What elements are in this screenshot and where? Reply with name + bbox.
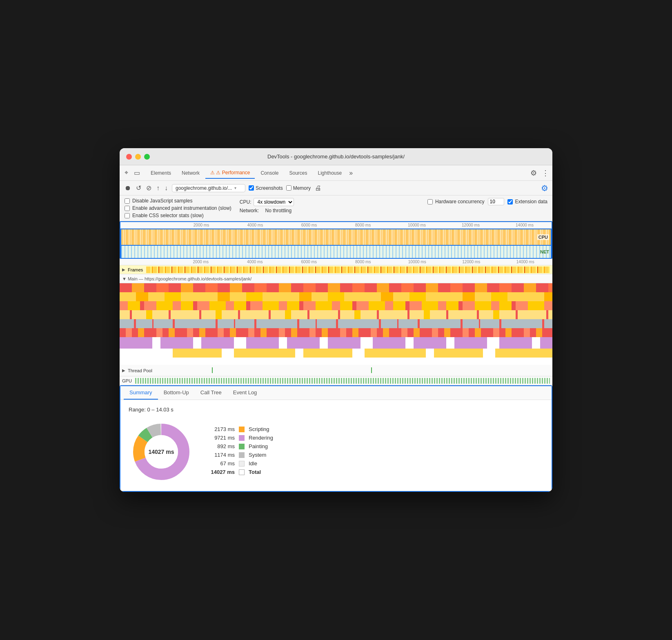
device-icon[interactable]: ▭ bbox=[132, 167, 142, 178]
record-button[interactable]: ⏺ bbox=[124, 184, 132, 193]
painting-name: Painting bbox=[249, 443, 268, 449]
blue-gear-icon[interactable]: ⚙ bbox=[541, 184, 548, 193]
tp-bar-2 bbox=[371, 367, 372, 373]
network-value: No throttling bbox=[265, 208, 292, 213]
timeline-overview[interactable]: 2000 ms 4000 ms 6000 ms 8000 ms 10000 ms… bbox=[120, 221, 552, 259]
tab-console[interactable]: Console bbox=[256, 168, 283, 178]
close-button[interactable] bbox=[126, 154, 132, 160]
cpu-select[interactable]: 4x slowdown bbox=[254, 198, 294, 206]
time-0 bbox=[120, 223, 174, 227]
time-14000: 14000 ms bbox=[498, 223, 552, 227]
timeline-ruler: 2000 ms 4000 ms 6000 ms 8000 ms 10000 ms… bbox=[120, 222, 552, 229]
frames-row[interactable]: ▶ Frames bbox=[120, 265, 552, 274]
tab-bar: ⌖ ▭ Elements Network ⚠ ⚠ Performance Con… bbox=[120, 165, 552, 181]
hw-label[interactable]: Hardware concurrency bbox=[427, 199, 485, 204]
fl-time-4000: 4000 ms bbox=[228, 260, 282, 264]
flame-row-2 bbox=[120, 292, 552, 301]
scripting-swatch bbox=[239, 427, 245, 432]
frames-toggle-icon[interactable]: ▶ bbox=[122, 267, 125, 272]
painting-swatch bbox=[239, 444, 245, 449]
disable-js-checkbox[interactable] bbox=[125, 198, 130, 204]
hw-checkbox[interactable] bbox=[427, 199, 433, 204]
net-row[interactable]: NET bbox=[120, 246, 552, 258]
refresh-button[interactable]: ↺ bbox=[135, 183, 142, 193]
tab-performance[interactable]: ⚠ ⚠ Performance bbox=[205, 167, 255, 179]
tab-call-tree[interactable]: Call Tree bbox=[195, 386, 227, 400]
titlebar: DevTools - googlechrome.github.io/devtoo… bbox=[120, 148, 552, 165]
thread-pool-toggle-icon[interactable]: ▶ bbox=[122, 368, 125, 373]
legend-scripting: 2173 ms Scripting bbox=[206, 426, 273, 432]
tab-lighthouse[interactable]: Lighthouse bbox=[313, 168, 347, 178]
memory-label: Memory bbox=[293, 185, 311, 191]
thread-pool-bars bbox=[152, 367, 550, 374]
net-label: NET bbox=[540, 249, 549, 254]
advanced-paint-checkbox[interactable] bbox=[125, 206, 130, 211]
idle-value: 67 ms bbox=[206, 460, 235, 467]
memory-checkbox[interactable] bbox=[286, 185, 291, 191]
tab-summary[interactable]: Summary bbox=[124, 386, 158, 400]
main-label: ▼ Main — https://googlechrome.github.io/… bbox=[122, 276, 251, 281]
tab-elements[interactable]: Elements bbox=[146, 168, 176, 178]
more-options-icon[interactable]: ⋮ bbox=[542, 169, 549, 178]
flame-row-6 bbox=[120, 328, 552, 337]
settings-bar: Disable JavaScript samples Enable advanc… bbox=[120, 196, 552, 221]
cursor-icon[interactable]: ⌖ bbox=[123, 167, 130, 178]
main-header[interactable]: ▼ Main — https://googlechrome.github.io/… bbox=[120, 274, 552, 283]
flame-row-4 bbox=[120, 310, 552, 319]
extension-label[interactable]: Extension data bbox=[507, 199, 547, 204]
upload-button[interactable]: ↑ bbox=[156, 184, 160, 193]
network-spacer bbox=[261, 208, 263, 213]
gpu-label: GPU bbox=[122, 378, 132, 383]
tab-network[interactable]: Network bbox=[177, 168, 205, 178]
tab-bottom-up[interactable]: Bottom-Up bbox=[158, 386, 195, 400]
idle-swatch bbox=[239, 461, 245, 467]
settings-icon[interactable]: ⚙ bbox=[530, 169, 537, 178]
idle-name: Idle bbox=[249, 460, 257, 467]
settings-left: Disable JavaScript samples Enable advanc… bbox=[125, 198, 231, 218]
network-label: Network: bbox=[240, 208, 259, 213]
total-name: Total bbox=[249, 469, 261, 475]
css-selector-label[interactable]: Enable CSS selector stats (slow) bbox=[125, 213, 231, 218]
settings-right: CPU: 4x slowdown Network: No throttling bbox=[240, 198, 294, 213]
tp-bar-1 bbox=[212, 367, 213, 373]
url-bar[interactable]: googlechrome.github.io/... ▾ bbox=[172, 184, 245, 192]
tab-event-log[interactable]: Event Log bbox=[227, 386, 263, 400]
rendering-value: 9721 ms bbox=[206, 435, 235, 441]
cpu-label: CPU bbox=[537, 234, 549, 240]
more-tabs-icon[interactable]: » bbox=[349, 169, 353, 177]
memory-checkbox-label[interactable]: Memory bbox=[286, 185, 311, 191]
frames-bars bbox=[146, 267, 550, 273]
tab-sources[interactable]: Sources bbox=[284, 168, 312, 178]
css-selector-checkbox[interactable] bbox=[125, 213, 130, 218]
disable-js-label[interactable]: Disable JavaScript samples bbox=[125, 198, 231, 204]
flame-row-3 bbox=[120, 301, 552, 310]
toolbar-right: ⚙ bbox=[541, 183, 548, 193]
screenshots-checkbox-label[interactable]: Screenshots bbox=[249, 185, 283, 191]
fl-time-2000: 2000 ms bbox=[174, 260, 228, 264]
hw-input[interactable] bbox=[488, 198, 504, 205]
screenshots-checkbox[interactable] bbox=[249, 185, 254, 191]
fl-time-14000: 14000 ms bbox=[498, 260, 553, 264]
legend-total: 14027 ms Total bbox=[206, 469, 273, 475]
summary-body: 14027 ms 2173 ms Scripting 9721 ms Rende… bbox=[129, 419, 543, 484]
advanced-paint-label[interactable]: Enable advanced paint instrumentation (s… bbox=[125, 205, 231, 211]
extension-checkbox[interactable] bbox=[507, 199, 513, 204]
clear-button[interactable]: ⊘ bbox=[145, 183, 152, 193]
memory-icon[interactable]: 🖨 bbox=[314, 184, 322, 193]
legend-table: 2173 ms Scripting 9721 ms Rendering 892 … bbox=[206, 426, 273, 478]
flame-area: 2000 ms 4000 ms 6000 ms 8000 ms 10000 ms… bbox=[120, 259, 552, 385]
legend-system: 1174 ms System bbox=[206, 452, 273, 458]
maximize-button[interactable] bbox=[144, 154, 150, 160]
time-8000: 8000 ms bbox=[336, 223, 390, 227]
bottom-panel: Summary Bottom-Up Call Tree Event Log Ra… bbox=[120, 385, 552, 492]
devtools-window: DevTools - googlechrome.github.io/devtoo… bbox=[120, 148, 552, 492]
tab-bar-icons: ⌖ ▭ bbox=[123, 167, 142, 178]
minimize-button[interactable] bbox=[135, 154, 141, 160]
thread-pool-row[interactable]: ▶ Thread Pool bbox=[120, 365, 552, 376]
network-setting: Network: No throttling bbox=[240, 208, 294, 213]
flame-tracks[interactable] bbox=[120, 283, 552, 365]
cpu-row[interactable]: CPU bbox=[120, 229, 552, 246]
range-label: Range: 0 – 14.03 s bbox=[129, 407, 543, 413]
legend-painting: 892 ms Painting bbox=[206, 443, 273, 449]
download-button[interactable]: ↓ bbox=[164, 184, 169, 193]
